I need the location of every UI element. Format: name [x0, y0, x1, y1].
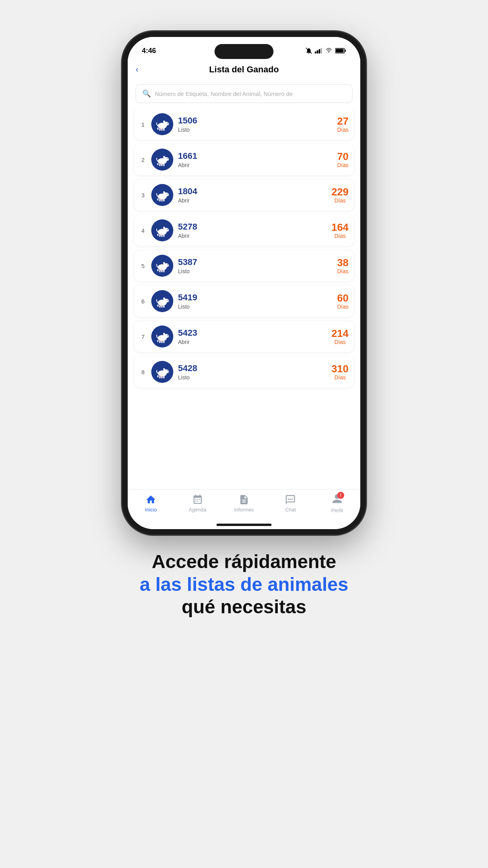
animal-status: Abrir	[178, 162, 332, 168]
animal-index: 3	[139, 192, 147, 199]
promo-line3: qué necesitas	[140, 596, 349, 618]
svg-rect-85	[163, 376, 165, 378]
animal-id: 1661	[178, 151, 332, 161]
days-number: 38	[337, 257, 349, 268]
svg-rect-76	[157, 340, 158, 342]
cow-avatar	[151, 149, 173, 171]
cow-icon	[155, 152, 170, 167]
svg-point-77	[167, 335, 168, 336]
nav-label-perfil: Perfil	[331, 508, 343, 513]
animal-id: 5423	[178, 328, 327, 338]
days-number: 214	[332, 328, 349, 339]
svg-point-67	[167, 300, 168, 301]
animal-index: 2	[139, 156, 147, 163]
animal-id: 1804	[178, 186, 327, 197]
svg-rect-36	[157, 199, 158, 200]
days-label: Días	[337, 162, 349, 168]
search-icon: 🔍	[142, 89, 151, 98]
back-button[interactable]: ‹	[136, 64, 138, 75]
cow-avatar	[151, 219, 173, 241]
animal-status: Listo	[178, 303, 332, 310]
animal-days: 310 Días	[332, 363, 349, 381]
svg-rect-26	[157, 163, 158, 165]
animal-item[interactable]: 1	[134, 108, 354, 140]
animal-status: Abrir	[178, 233, 327, 239]
outer-wrapper: 4:46	[0, 0, 488, 618]
animal-index: 6	[139, 298, 147, 305]
animal-status: Listo	[178, 374, 327, 381]
animal-info: 5423 Abrir	[178, 328, 327, 345]
days-number: 164	[332, 222, 349, 233]
search-bar[interactable]: 🔍 Número de Etiqueta, Nombre del Animal,…	[136, 84, 352, 103]
animal-item[interactable]: 4	[134, 215, 354, 246]
battery-icon	[335, 48, 346, 53]
animal-days: 164 Días	[332, 222, 349, 239]
animal-id: 5419	[178, 292, 332, 303]
svg-point-41	[167, 230, 169, 232]
animal-days: 70 Días	[337, 151, 349, 169]
svg-point-88	[160, 375, 163, 377]
animal-item[interactable]: 8	[134, 356, 354, 388]
promo-text: Accede rápidamente a las listas de anima…	[108, 550, 380, 618]
days-label: Días	[337, 303, 349, 310]
svg-point-48	[160, 234, 163, 235]
cow-icon	[155, 258, 170, 273]
svg-point-89	[288, 498, 290, 500]
animal-index: 8	[139, 369, 147, 375]
svg-rect-46	[157, 234, 158, 236]
profile-wrapper: !	[332, 493, 343, 506]
nav-item-chat[interactable]: Chat	[267, 494, 314, 513]
animal-item[interactable]: 5	[134, 250, 354, 281]
days-number: 229	[332, 186, 349, 198]
animal-item[interactable]: 7	[134, 321, 354, 352]
home-icon	[145, 494, 156, 505]
nav-label-inicio: Inicio	[145, 507, 157, 513]
animal-id: 5278	[178, 222, 327, 232]
status-icons	[305, 47, 346, 54]
animal-list: 1	[128, 108, 360, 489]
days-label: Días	[337, 127, 349, 133]
days-number: 60	[337, 292, 349, 304]
animal-id: 1506	[178, 116, 332, 126]
nav-item-perfil[interactable]: ! Perfil	[314, 493, 360, 513]
cow-avatar	[151, 255, 173, 277]
svg-rect-75	[163, 340, 165, 343]
svg-point-31	[167, 195, 169, 196]
promo-line2: a las listas de animales	[140, 573, 349, 596]
svg-rect-2	[317, 50, 318, 53]
svg-rect-66	[157, 305, 158, 307]
cow-avatar	[151, 113, 173, 135]
animal-days: 60 Días	[337, 292, 349, 310]
report-icon	[238, 494, 250, 505]
nav-label-chat: Chat	[285, 507, 296, 513]
nav-item-informes[interactable]: Informes	[221, 494, 267, 513]
animal-item[interactable]: 3	[134, 179, 354, 211]
svg-point-11	[167, 124, 169, 125]
svg-rect-7	[336, 49, 344, 53]
cow-icon	[155, 294, 170, 309]
svg-point-27	[167, 158, 168, 159]
svg-rect-86	[157, 375, 158, 377]
animal-info: 5278 Abrir	[178, 222, 327, 239]
svg-rect-16	[157, 128, 158, 130]
animal-item[interactable]: 6	[134, 285, 354, 317]
nav-item-inicio[interactable]: Inicio	[128, 494, 174, 513]
nav-item-agenda[interactable]: Agenda	[174, 494, 220, 513]
svg-rect-8	[345, 50, 346, 52]
animal-days: 229 Días	[332, 186, 349, 204]
animal-id: 5387	[178, 257, 332, 267]
cow-icon	[155, 117, 170, 132]
animal-index: 4	[139, 227, 147, 234]
svg-point-47	[167, 229, 168, 230]
phone-shell: 4:46	[122, 31, 366, 535]
nav-label-informes: Informes	[234, 507, 254, 513]
animal-info: 5387 Listo	[178, 257, 332, 274]
animal-status: Abrir	[178, 197, 327, 204]
svg-point-90	[290, 498, 292, 500]
svg-rect-3	[319, 49, 320, 53]
svg-rect-1	[315, 51, 316, 53]
animal-item[interactable]: 2	[134, 144, 354, 175]
cow-avatar	[151, 184, 173, 206]
days-number: 70	[337, 151, 349, 162]
svg-point-28	[160, 163, 163, 165]
